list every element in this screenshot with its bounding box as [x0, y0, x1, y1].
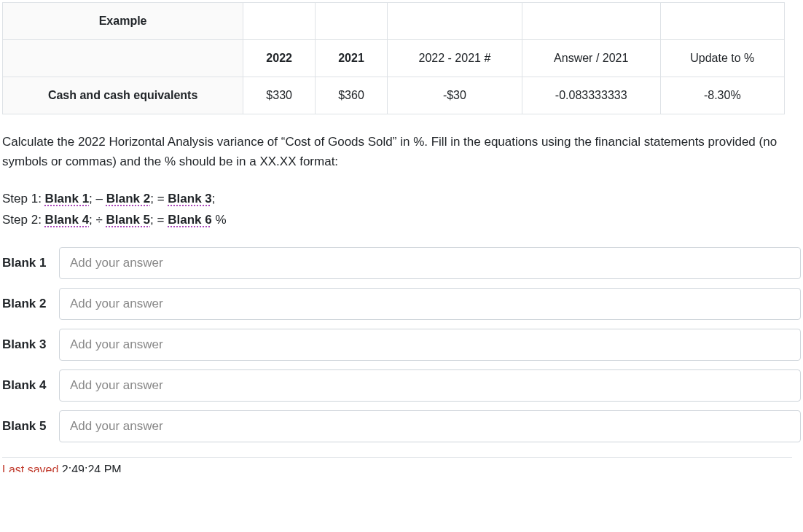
blank-ref: Blank 4: [45, 213, 89, 227]
answer-row: Blank 2: [2, 288, 801, 320]
blank-ref: Blank 5: [106, 213, 150, 227]
table-cell: $360: [316, 77, 388, 114]
table-header-row: Example: [3, 3, 785, 40]
last-saved-time: 2:49:24 PM: [58, 463, 121, 472]
table-subheader-row: 2022 2021 2022 - 2021 # Answer / 2021 Up…: [3, 40, 785, 77]
step-1-line: Step 1: Blank 1; – Blank 2; = Blank 3;: [2, 189, 801, 210]
step-text: Step 1:: [2, 192, 45, 206]
table-row-label: Cash and cash equivalents: [3, 77, 243, 114]
blank-3-input[interactable]: [59, 329, 801, 361]
answer-row: Blank 1: [2, 247, 801, 279]
blank-ref: Blank 1: [45, 192, 89, 206]
table-header-cell: [243, 3, 316, 40]
answer-row: Blank 3: [2, 329, 801, 361]
blank-ref: Blank 2: [106, 192, 150, 206]
answer-label: Blank 3: [2, 337, 52, 352]
blank-ref: Blank 3: [168, 192, 211, 206]
table-cell: 2022 - 2021 #: [387, 40, 522, 77]
table-header-cell: [387, 3, 522, 40]
table-header-cell: Example: [3, 3, 243, 40]
table-data-row: Cash and cash equivalents $330 $360 -$30…: [3, 77, 785, 114]
table-header-cell: [660, 3, 784, 40]
table-cell: -0.083333333: [522, 77, 660, 114]
instructions-text: Calculate the 2022 Horizontal Analysis v…: [2, 132, 801, 171]
blank-4-input[interactable]: [59, 369, 801, 402]
step-text: ; =: [150, 192, 168, 206]
step-text: ; =: [150, 213, 168, 227]
last-saved-label: Last saved: [2, 463, 58, 472]
answer-label: Blank 1: [2, 256, 52, 270]
blank-1-input[interactable]: [59, 247, 801, 279]
answer-label: Blank 5: [2, 419, 52, 434]
step-text: Step 2:: [2, 213, 45, 227]
table-cell: -8.30%: [660, 77, 784, 114]
answers-block: Blank 1 Blank 2 Blank 3 Blank 4 Blank 5: [2, 247, 801, 442]
table-header-cell: [316, 3, 388, 40]
table-cell: Answer / 2021: [522, 40, 660, 77]
steps-block: Step 1: Blank 1; – Blank 2; = Blank 3; S…: [2, 189, 801, 231]
step-text: ; –: [89, 192, 106, 206]
table-header-cell: [522, 3, 660, 40]
table-cell: Update to %: [660, 40, 784, 77]
blank-5-input[interactable]: [59, 410, 801, 442]
step-text: %: [212, 213, 227, 227]
table-cell: [3, 40, 243, 77]
answer-row: Blank 4: [2, 369, 801, 402]
step-text: ; ÷: [89, 213, 106, 227]
divider: [2, 457, 792, 458]
answer-label: Blank 2: [2, 297, 52, 311]
last-saved-line: Last saved 2:49:24 PM: [2, 463, 801, 472]
table-cell: $330: [243, 77, 316, 114]
table-cell: 2021: [316, 40, 388, 77]
step-text: ;: [212, 192, 216, 206]
table-cell: 2022: [243, 40, 316, 77]
table-cell: -$30: [387, 77, 522, 114]
blank-2-input[interactable]: [59, 288, 801, 320]
answer-row: Blank 5: [2, 410, 801, 442]
blank-ref: Blank 6: [168, 213, 211, 227]
example-table: Example 2022 2021 2022 - 2021 # Answer /…: [2, 2, 785, 114]
answer-label: Blank 4: [2, 378, 52, 393]
step-2-line: Step 2: Blank 4; ÷ Blank 5; = Blank 6 %: [2, 210, 801, 231]
